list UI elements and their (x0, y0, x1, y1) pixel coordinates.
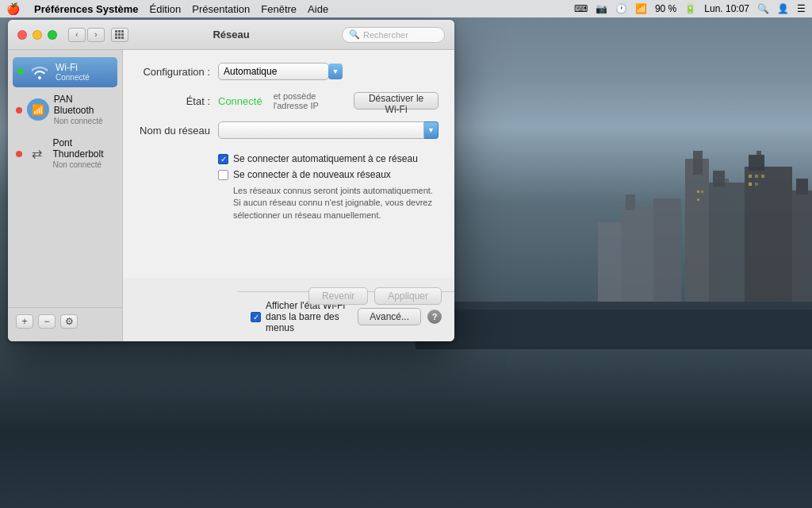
svg-rect-25 (118, 30, 121, 33)
user-icon[interactable]: 👤 (777, 3, 789, 14)
sidebar: Wi-Fi Connecté 📶 PAN Bluetooth Non conne… (8, 50, 123, 341)
checkbox-new-networks-row: Se connecter à de nouveaux réseaux (218, 169, 439, 180)
nav-buttons: ‹ › (68, 28, 105, 42)
svg-rect-28 (118, 33, 121, 36)
window-title: Réseau (213, 29, 249, 40)
menu-fenetre[interactable]: Fenêtre (261, 3, 297, 15)
preferences-window: ‹ › Réseau 🔍 Rechercher (8, 20, 454, 341)
battery-percent: 90 % (655, 3, 676, 14)
network-name-label: Nom du réseau (139, 125, 210, 137)
svg-rect-20 (755, 175, 758, 178)
back-button[interactable]: ‹ (68, 28, 86, 42)
search-icon[interactable]: 🔍 (757, 3, 769, 14)
sidebar-item-wifi-text: Wi-Fi Connecté (56, 62, 90, 83)
network-name-select-wrap: ▼ (218, 121, 439, 139)
disable-wifi-button[interactable]: Désactiver le Wi-Fi (354, 92, 439, 110)
config-select[interactable]: Automatique (218, 63, 329, 80)
thunderbolt-status: Non connecté (52, 160, 114, 170)
svg-rect-4 (725, 179, 729, 187)
add-network-button[interactable]: + (16, 314, 33, 329)
settings-button[interactable]: ⚙ (60, 314, 78, 329)
close-button[interactable] (17, 30, 27, 40)
minimize-button[interactable] (33, 30, 42, 40)
svg-rect-2 (709, 183, 745, 302)
svg-rect-19 (749, 175, 752, 178)
burger-menu-icon[interactable]: ☰ (797, 3, 806, 14)
svg-rect-31 (118, 37, 121, 39)
svg-rect-26 (121, 30, 124, 33)
main-content: Configuration : Automatique ▼ État : Con… (123, 50, 454, 278)
forward-button[interactable]: › (87, 28, 105, 42)
menu-edition[interactable]: Édition (150, 3, 182, 15)
network-select-arrow: ▼ (424, 121, 439, 139)
camera-icon: 📷 (596, 3, 607, 14)
auto-connect-label: Se connecter automatiquement à ce réseau (233, 153, 418, 164)
revenir-button[interactable]: Revenir (308, 287, 368, 305)
svg-rect-16 (697, 190, 699, 193)
status-desc: et possède l'adresse IP (274, 91, 347, 110)
sidebar-item-thunderbolt[interactable]: ⇄ Pont Thunderbolt Non connecté (8, 133, 122, 175)
search-bar[interactable]: 🔍 Rechercher (342, 27, 445, 43)
menubar-right: ⌨ 📷 🕐 📶 90 % 🔋 Lun. 10:07 🔍 👤 ☰ (574, 3, 806, 14)
time-machine-icon: 🕐 (615, 3, 627, 14)
status-label: État : (139, 95, 210, 107)
app-name[interactable]: Préférences Système (34, 3, 139, 15)
clock: Lun. 10:07 (704, 3, 749, 14)
svg-rect-13 (598, 222, 622, 302)
status-row: État : Connecté et possède l'adresse IP … (139, 91, 439, 110)
show-wifi-checkbox[interactable]: ✓ (251, 312, 261, 322)
menu-aide[interactable]: Aide (308, 3, 328, 15)
apple-menu[interactable]: 🍎 (6, 2, 20, 15)
menu-presentation[interactable]: Présentation (192, 3, 250, 15)
svg-rect-5 (745, 167, 792, 302)
grid-button[interactable] (111, 28, 128, 42)
checkbox-auto-connect-row: ✓ Se connecter automatiquement à ce rése… (218, 153, 439, 164)
show-wifi-label: Afficher l'état Wi-Fi dans la barre des … (266, 300, 351, 333)
config-label: Configuration : (139, 66, 210, 78)
config-select-wrap: Automatique ▼ (218, 63, 343, 80)
auto-connect-checkbox[interactable]: ✓ (218, 154, 228, 164)
svg-rect-1 (693, 151, 703, 175)
checkbox2-description: Les réseaux connus seront joints automat… (233, 185, 439, 221)
maximize-button[interactable] (48, 30, 57, 40)
search-placeholder: Rechercher (363, 30, 408, 40)
new-networks-label: Se connecter à de nouveaux réseaux (233, 169, 391, 180)
sidebar-item-thunderbolt-text: Pont Thunderbolt Non connecté (52, 137, 114, 170)
search-icon: 🔍 (349, 29, 360, 40)
svg-rect-15 (416, 310, 812, 349)
svg-rect-7 (756, 151, 761, 159)
svg-rect-21 (749, 183, 752, 186)
wifi-status: Connecté (56, 73, 90, 83)
svg-rect-29 (121, 33, 124, 36)
traffic-lights (17, 30, 57, 40)
svg-rect-17 (701, 190, 703, 193)
show-wifi-check: ✓ Afficher l'état Wi-Fi dans la barre de… (251, 300, 351, 333)
battery-icon: 🔋 (684, 3, 696, 14)
appliquer-button[interactable]: Appliquer (374, 287, 442, 305)
svg-rect-27 (115, 33, 117, 36)
sidebar-item-bluetooth-text: PAN Bluetooth Non connecté (54, 94, 114, 126)
sidebar-item-bluetooth[interactable]: 📶 PAN Bluetooth Non connecté (8, 89, 122, 131)
svg-rect-24 (115, 30, 117, 33)
network-name-row: Nom du réseau ▼ (139, 121, 439, 139)
svg-rect-9 (796, 179, 808, 194)
action-buttons: Revenir Appliquer (308, 287, 442, 305)
help-button[interactable]: ? (427, 310, 442, 324)
network-name-select[interactable] (218, 121, 424, 139)
thunderbolt-name: Pont Thunderbolt (52, 137, 114, 160)
new-networks-checkbox[interactable] (218, 170, 228, 180)
svg-rect-18 (697, 198, 699, 201)
svg-rect-11 (622, 206, 653, 302)
wifi-name: Wi-Fi (56, 62, 90, 73)
avance-button[interactable]: Avancé... (358, 308, 421, 325)
bluetooth-status: Non connecté (54, 117, 114, 126)
sidebar-footer: + − ⚙ (8, 307, 122, 335)
config-select-arrow: ▼ (328, 64, 343, 79)
sidebar-item-wifi[interactable]: Wi-Fi Connecté (13, 57, 117, 87)
checkboxes: ✓ Se connecter automatiquement à ce rése… (218, 153, 439, 221)
remove-network-button[interactable]: − (38, 314, 56, 329)
wifi-menubar-icon: 📶 (635, 3, 647, 14)
svg-rect-0 (685, 159, 709, 302)
titlebar: ‹ › Réseau 🔍 Rechercher (8, 20, 454, 50)
menubar-left: 🍎 Préférences Système Édition Présentati… (6, 2, 574, 15)
